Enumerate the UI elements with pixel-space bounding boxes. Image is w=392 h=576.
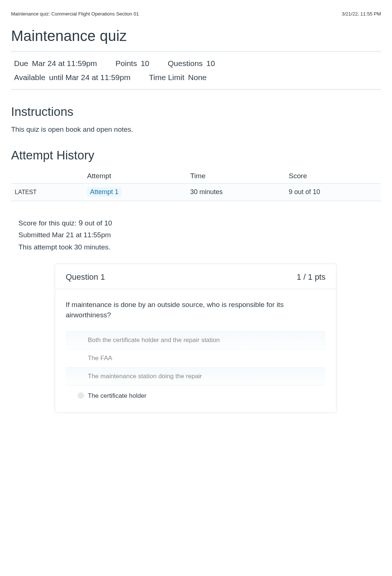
answer-option-correct: The certificate holder [66, 386, 326, 405]
duration-text: This attempt took 30 minutes. [18, 241, 374, 253]
col-time: Time [186, 169, 285, 183]
col-blank [11, 169, 83, 183]
answer-text: The FAA [88, 355, 112, 362]
score-value: 9 [79, 218, 83, 227]
col-score: Score [285, 169, 381, 183]
score-summary: Score for this quiz: 9 out of 10 Submitt… [11, 216, 381, 253]
page-title: Maintenance quiz [11, 28, 381, 44]
due-value: Mar 24 at 11:59pm [32, 56, 97, 70]
questions-label: Questions [168, 56, 203, 70]
submitted-text: Submitted Mar 21 at 11:55pm [18, 229, 374, 241]
answer-text: Both the certificate holder and the repa… [88, 337, 220, 344]
attempt-history-heading: Attempt History [11, 148, 381, 162]
available-value: until Mar 24 at 11:59pm [49, 70, 131, 84]
points-label: Points [116, 56, 137, 70]
latest-tag: LATEST [15, 189, 37, 195]
instructions-body: This quiz is open book and open notes. [11, 125, 381, 134]
header-left: Maintenance quiz: Commercial Flight Oper… [11, 11, 139, 17]
question-points: 1 / 1 pts [297, 272, 326, 282]
question-body: If maintenance is done by an outside sou… [55, 289, 336, 412]
page-header-meta: Maintenance quiz: Commercial Flight Oper… [11, 11, 381, 17]
timelimit-label: Time Limit [149, 70, 184, 84]
points-value: 10 [141, 56, 149, 70]
timelimit-value: None [188, 70, 207, 84]
table-row: LATEST Attempt 1 30 minutes 9 out of 10 [11, 183, 381, 201]
answer-option: The FAA [66, 349, 326, 367]
attempt-score: 9 out of 10 [285, 183, 381, 201]
available-label: Available [14, 70, 45, 84]
due-label: Due [14, 56, 28, 70]
score-label: Score for this quiz: [18, 219, 76, 227]
score-suffix: out of 10 [85, 219, 112, 227]
attempt-time: 30 minutes [186, 183, 285, 201]
answer-text: The certificate holder [88, 392, 147, 399]
quiz-meta-bar: Due Mar 24 at 11:59pm Points 10 Question… [11, 51, 381, 90]
question-card: Question 1 1 / 1 pts If maintenance is d… [55, 264, 336, 412]
header-right: 3/21/22, 11:55 PM [342, 11, 381, 17]
questions-value: 10 [206, 56, 215, 70]
question-text: If maintenance is done by an outside sou… [66, 300, 326, 321]
question-title: Question 1 [66, 272, 105, 282]
attempt-link[interactable]: Attempt 1 [87, 187, 121, 197]
answer-option: The maintenance station doing the repair [66, 367, 326, 386]
answer-text: The maintenance station doing the repair [88, 373, 202, 380]
instructions-heading: Instructions [11, 105, 381, 119]
answer-option: Both the certificate holder and the repa… [66, 331, 326, 349]
question-header: Question 1 1 / 1 pts [55, 264, 336, 289]
attempt-history-table: Attempt Time Score LATEST Attempt 1 30 m… [11, 169, 381, 201]
col-attempt: Attempt [83, 169, 186, 183]
